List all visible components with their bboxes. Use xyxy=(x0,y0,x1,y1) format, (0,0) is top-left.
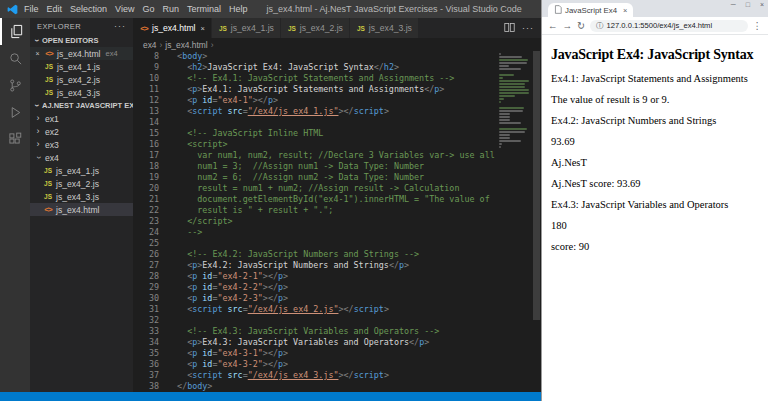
browser-tab[interactable]: JavaScript Ex4 × xyxy=(548,3,633,17)
tab-js_ex4_3.js[interactable]: JSjs_ex4_3.js xyxy=(350,18,419,38)
source-control-icon[interactable] xyxy=(0,72,30,99)
code-line[interactable]: <!-- Ex4.1: JavaScript Statements and As… xyxy=(167,73,497,84)
tree-folder-ex2[interactable]: ›ex2 xyxy=(30,125,133,138)
tree-folder-ex4[interactable]: ›ex4 xyxy=(30,151,133,164)
browser-menu-icon[interactable]: ⋮ xyxy=(753,21,763,31)
scrollbar[interactable] xyxy=(532,51,541,392)
code-line[interactable]: <p id="ex4-2-2"></p> xyxy=(167,282,497,293)
code-line[interactable]: <p id="ex4-1"></p> xyxy=(167,95,497,106)
breadcrumb-item[interactable]: ex4 xyxy=(143,40,157,50)
code-line[interactable]: <script src="/ex4/js_ex4_1.js"></script> xyxy=(167,106,497,117)
code-token: "ex4-3-2" xyxy=(217,359,262,369)
open-editor-item[interactable]: JSjs_ex4_1.js xyxy=(30,60,133,73)
tree-folder-ex1[interactable]: ›ex1 xyxy=(30,112,133,125)
code-line[interactable]: <body> xyxy=(167,51,497,62)
menu-file[interactable]: File xyxy=(20,4,43,14)
breadcrumb-item[interactable]: js_ex4.html xyxy=(165,40,207,50)
browser-tab-title: JavaScript Ex4 xyxy=(565,6,617,15)
tree-file-js_ex4.html[interactable]: <>js_ex4.html xyxy=(30,203,133,216)
extensions-icon[interactable] xyxy=(0,126,30,153)
code-line[interactable]: <!-- Ex4.2: JavaScript Numbers and Strin… xyxy=(167,249,497,260)
menu-terminal[interactable]: Terminal xyxy=(183,4,225,14)
scrollbar-thumb[interactable] xyxy=(533,51,540,320)
open-editor-item[interactable]: JSjs_ex4_3.js xyxy=(30,86,133,99)
code-line[interactable]: <script> xyxy=(167,139,497,150)
code-line[interactable]: </script> xyxy=(167,216,497,227)
code-line[interactable]: <script src="/ex4/js_ex4_3.js"></script> xyxy=(167,370,497,381)
explorer-icon[interactable] xyxy=(0,18,30,45)
tab-js_ex4_1.js[interactable]: JSjs_ex4_1.js xyxy=(212,18,281,38)
tree-file-js_ex4_1.js[interactable]: JSjs_ex4_1.js xyxy=(30,164,133,177)
more-actions-icon[interactable]: ··· xyxy=(114,21,126,31)
rendered-page: JavaScript Ex4: JavaScript Syntax Ex4.1:… xyxy=(542,35,768,401)
code-token: < xyxy=(167,293,192,303)
open-editor-item[interactable]: ×<>js_ex4.htmlex4 xyxy=(30,47,133,60)
page-paragraph: score: 90 xyxy=(551,241,759,252)
code-line[interactable]: <p id="ex4-3-2"></p> xyxy=(167,359,497,370)
code-line[interactable]: <p>Ex4.1: JavaScript Statements and Assi… xyxy=(167,84,497,95)
code-lines: <body> <h2>JavaScript Ex4: JavaScript Sy… xyxy=(167,51,497,392)
code-line[interactable] xyxy=(167,117,497,128)
minimap-line xyxy=(499,74,514,76)
code-line[interactable]: <!-- Ex4.3: JavaScript Variables and Ope… xyxy=(167,326,497,337)
tab-js_ex4.html[interactable]: <>js_ex4.html× xyxy=(133,18,212,38)
code-token: < xyxy=(167,359,192,369)
code-line[interactable] xyxy=(167,315,497,326)
open-editors-header[interactable]: › OPEN EDITORS xyxy=(30,34,133,47)
code-token: ></ xyxy=(263,359,278,369)
menu-view[interactable]: View xyxy=(111,4,138,14)
close-icon[interactable]: × xyxy=(623,6,627,15)
url-bar[interactable]: ⓘ 127.0.0.1:5500/ex4/js_ex4.html xyxy=(590,20,748,32)
code-line[interactable]: document.getElementById("ex4-1").innerHT… xyxy=(167,194,497,205)
menu-edit[interactable]: Edit xyxy=(43,4,67,14)
forward-icon[interactable]: → xyxy=(563,21,573,31)
code-editor[interactable]: 8910111213141516171819202122232425262728… xyxy=(133,51,541,392)
tree-file-js_ex4_3.js[interactable]: JSjs_ex4_3.js xyxy=(30,190,133,203)
code-token: script xyxy=(192,304,222,314)
tree-file-js_ex4_2.js[interactable]: JSjs_ex4_2.js xyxy=(30,177,133,190)
code-line[interactable]: <p>Ex4.3: JavaScript Variables and Opera… xyxy=(167,337,497,348)
menu-go[interactable]: Go xyxy=(138,4,158,14)
code-token: < xyxy=(167,337,192,347)
code-line[interactable]: <!-- JavaScript Inline HTML xyxy=(167,128,497,139)
code-line[interactable]: <p>Ex4.2: JavaScript Numbers and Strings… xyxy=(167,260,497,271)
open-editor-item[interactable]: JSjs_ex4_2.js xyxy=(30,73,133,86)
minimize-icon[interactable]: ─ xyxy=(731,1,736,8)
close-icon[interactable]: × xyxy=(760,1,764,8)
workspace-header[interactable]: › AJ.NEST JAVASCRIPT EXERCISES xyxy=(30,99,133,112)
code-line[interactable]: <h2>JavaScript Ex4: JavaScript Syntax</h… xyxy=(167,62,497,73)
tree-folder-ex3[interactable]: ›ex3 xyxy=(30,138,133,151)
code-line[interactable] xyxy=(167,238,497,249)
code-line[interactable]: </body> xyxy=(167,381,497,392)
more-actions-icon[interactable]: ··· xyxy=(522,23,534,33)
code-line[interactable]: <p id="ex4-2-1"></p> xyxy=(167,271,497,282)
code-line[interactable]: result is " + result + "."; xyxy=(167,205,497,216)
code-line[interactable]: <p id="ex4-2-3"></p> xyxy=(167,293,497,304)
page-paragraph: 93.69 xyxy=(551,136,759,147)
code-token: ></ xyxy=(338,106,353,116)
close-icon[interactable]: × xyxy=(34,50,41,57)
code-line[interactable]: result = num1 + num2; //Assign result ->… xyxy=(167,183,497,194)
vscode-titlebar: FileEditSelectionViewGoRunTerminalHelp j… xyxy=(0,0,541,18)
reload-icon[interactable]: ↻ xyxy=(577,21,585,31)
code-token: < xyxy=(167,348,192,358)
menu-help[interactable]: Help xyxy=(225,4,252,14)
run-debug-icon[interactable] xyxy=(0,99,30,126)
code-line[interactable]: num2 = 6; //Assign num2 -> Data Type: Nu… xyxy=(167,172,497,183)
code-line[interactable]: num1 = 3; //Assign num1 -> Data Type: Nu… xyxy=(167,161,497,172)
code-token: </ xyxy=(389,260,399,270)
close-icon[interactable]: × xyxy=(200,24,204,33)
split-editor-icon[interactable] xyxy=(504,19,515,37)
back-icon[interactable]: ← xyxy=(548,21,558,31)
tab-js_ex4_2.js[interactable]: JSjs_ex4_2.js xyxy=(281,18,350,38)
search-icon[interactable] xyxy=(0,45,30,72)
code-line[interactable]: --> xyxy=(167,227,497,238)
code-line[interactable]: <p id="ex4-3-1"></p> xyxy=(167,348,497,359)
maximize-icon[interactable]: □ xyxy=(746,1,750,8)
site-info-icon[interactable]: ⓘ xyxy=(596,21,604,31)
code-line[interactable]: var num1, num2, result; //Declare 3 Vari… xyxy=(167,150,497,161)
menu-run[interactable]: Run xyxy=(158,4,183,14)
minimap[interactable] xyxy=(499,53,531,149)
code-line[interactable]: <script src="/ex4/js_ex4_2.js"></script> xyxy=(167,304,497,315)
menu-selection[interactable]: Selection xyxy=(66,4,111,14)
